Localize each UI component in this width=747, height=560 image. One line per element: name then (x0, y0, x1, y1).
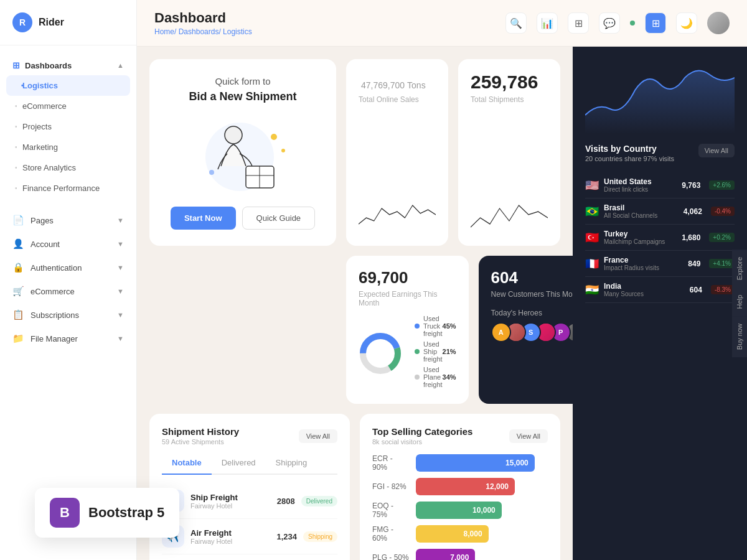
ecommerce-label: eCommerce (31, 287, 75, 296)
ship-info-1: Ship Freight Fairway Hotel (190, 493, 271, 510)
country-info-fr: France Impact Radius visits (604, 256, 683, 271)
badge-in: -8.3% (711, 285, 735, 294)
status-badge-1: Delivered (301, 496, 337, 506)
sidebar-item-authentication[interactable]: 🔒 Authentication ▼ (0, 256, 136, 279)
pages-chevron: ▼ (117, 217, 124, 224)
shipment-tabs: Notable Delivered Shipping (162, 454, 337, 475)
sidebar-logo[interactable]: R Rider (0, 0, 136, 45)
bar-value-fmg: 8,000 (464, 530, 482, 538)
theme-button[interactable]: 🌙 (676, 12, 697, 34)
country-sub-in: Many Sources (604, 291, 685, 297)
country-row-br: 🇧🇷 Brasil All Social Channels 4,062 -0.4… (585, 198, 735, 225)
bar-plg: 7,000 (416, 549, 548, 560)
bar-fill-ecr: 15,000 (416, 454, 535, 472)
flag-in: 🇮🇳 (585, 283, 599, 297)
tab-delivered[interactable]: Delivered (212, 454, 266, 475)
grid-button[interactable]: ⊞ (645, 12, 666, 34)
country-info-tr: Turkey Mailchimp Campaigns (604, 230, 677, 245)
sidebar-item-logistics[interactable]: Logistics (6, 75, 130, 96)
heroes-label: Today's Heroes (491, 309, 573, 317)
country-num-tr: 1,680 (682, 233, 700, 242)
start-now-button[interactable]: Start Now (171, 207, 236, 230)
sidebar-item-subscriptions[interactable]: 📋 Subscriptions ▼ (0, 303, 136, 327)
sidebar-item-projects[interactable]: Projects (0, 116, 136, 137)
bid-buttons: Start Now Quick Guide (171, 207, 315, 230)
categories-subtitle: 8k social visitors (372, 438, 472, 446)
dashboards-group[interactable]: ⊞ Dashboards ▲ (0, 55, 136, 75)
sidebar-item-store-analytics[interactable]: Store Analytics (0, 157, 136, 178)
breadcrumb-current: Logistics (223, 27, 252, 36)
total-sales-label: Total Online Sales (359, 95, 436, 104)
logo-icon: R (12, 12, 32, 32)
avatar-a: A (491, 322, 511, 342)
categories-view-all[interactable]: View All (509, 429, 548, 443)
shipment-history-card: Shipment History 59 Active Shipments Vie… (149, 414, 350, 560)
search-button[interactable]: 🔍 (505, 12, 527, 34)
account-icon: 👤 (12, 238, 24, 250)
country-num-in: 604 (690, 286, 702, 294)
ship-sub-1: Fairway Hotel (190, 502, 271, 510)
country-num-us: 9,763 (682, 181, 700, 190)
ecommerce-icon: 🛒 (12, 286, 24, 297)
sidebar-item-marketing[interactable]: Marketing (0, 137, 136, 157)
bar-fill-plg: 7,000 (416, 549, 475, 560)
bar-label-eoq: EOQ - 75% (372, 502, 410, 519)
apps-button[interactable]: ⊞ (568, 12, 589, 34)
app-name: Rider (39, 17, 64, 28)
svg-point-7 (209, 170, 214, 175)
ship-info-2: Air Freight Fairway Hotel (190, 528, 271, 545)
chat-button[interactable]: 💬 (599, 12, 620, 34)
bar-fill-fmg: 8,000 (416, 525, 489, 543)
breadcrumb-dashboards: Dashboards/ (179, 27, 221, 36)
donut-legend: Used Truck freight 45% Used Ship freight… (415, 315, 456, 391)
subscriptions-icon: 📋 (12, 309, 24, 320)
second-grid: 69,700 Expected Earnings This Month (149, 256, 560, 404)
user-avatar[interactable] (707, 12, 730, 34)
svg-point-5 (271, 134, 277, 140)
tab-shipping[interactable]: Shipping (266, 454, 317, 475)
quick-guide-button[interactable]: Quick Guide (242, 207, 316, 230)
badge-us: +2.6% (709, 180, 735, 190)
categories-header: Top Selling Categories 8k social visitor… (372, 426, 548, 446)
earnings-label: Expected Earnings This Month (359, 290, 456, 307)
bid-illustration (193, 113, 293, 194)
breadcrumb: Home/ Dashboards/ Logistics (154, 27, 252, 36)
donut-row: Used Truck freight 45% Used Ship freight… (359, 315, 456, 391)
sidebar-item-pages[interactable]: 📄 Pages ▼ (0, 208, 136, 232)
sidebar-item-finance-performance[interactable]: Finance Performance (0, 178, 136, 198)
sidebar-item-filemanager[interactable]: 📁 File Manager ▼ (0, 327, 136, 350)
bar-label-fgi: FGI - 82% (372, 482, 410, 491)
tab-notable[interactable]: Notable (162, 454, 212, 475)
visits-view-all[interactable]: View All (698, 144, 735, 157)
bid-card: Quick form to Bid a New Shipment (149, 59, 336, 246)
chart-button[interactable]: 📊 (537, 12, 558, 34)
sidebar-item-ecommerce-main[interactable]: 🛒 eCommerce ▼ (0, 279, 136, 303)
sidebar: R Rider ⊞ Dashboards ▲ Logistics eCommer… (0, 0, 137, 560)
badge-br: -0.4% (711, 207, 735, 216)
bar-value-eoq: 10,000 (472, 506, 496, 515)
sidebar-item-account[interactable]: 👤 Account ▼ (0, 232, 136, 256)
total-shipments-value: 259,786 (471, 72, 548, 93)
bar-row-fmg: FMG - 60% 8,000 (372, 525, 548, 543)
shipment-row-2: ✈️ Air Freight Fairway Hotel 1,234 Shipp… (162, 519, 337, 554)
auth-chevron: ▼ (117, 264, 124, 271)
country-name-us: United States (604, 177, 677, 186)
country-row-tr: 🇹🇷 Turkey Mailchimp Campaigns 1,680 +0.2… (585, 225, 735, 251)
side-tab-explore[interactable]: Explore (732, 249, 747, 287)
bar-fmg: 8,000 (416, 525, 548, 543)
country-name-br: Brasil (604, 203, 679, 212)
legend-truck: Used Truck freight 45% (415, 315, 456, 337)
sidebar-item-ecommerce[interactable]: eCommerce (0, 96, 136, 116)
flag-us: 🇺🇸 (585, 179, 599, 192)
country-row-in: 🇮🇳 India Many Sources 604 -8.3% (585, 277, 735, 303)
bar-row-plg: PLG - 50% 7,000 (372, 549, 548, 560)
bar-value-ecr: 15,000 (505, 459, 529, 467)
right-panel-chart (585, 59, 735, 134)
country-info-in: India Many Sources (604, 282, 685, 297)
side-tab-buynow[interactable]: Buy now (732, 316, 747, 357)
bar-fill-fgi: 12,000 (416, 478, 515, 495)
country-num-br: 4,062 (684, 207, 702, 216)
shipment-view-all[interactable]: View All (299, 429, 337, 443)
auth-icon: 🔒 (12, 262, 24, 273)
side-tab-help[interactable]: Help (732, 287, 747, 317)
